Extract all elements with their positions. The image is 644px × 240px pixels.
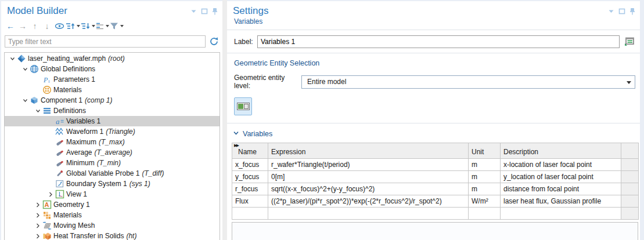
refresh-icon[interactable]	[209, 37, 219, 46]
variables-table: ▶▶NameExpressionUnitDescription x_focusr…	[232, 143, 639, 220]
show-eye-icon[interactable]	[53, 20, 65, 32]
tree-item-waveform-1[interactable]: Waveform 1(Triangle)	[5, 126, 220, 137]
collapse-all-icon[interactable]	[66, 20, 80, 32]
row-gutter-cell	[621, 171, 639, 183]
tree-item-global-variable-probe-1[interactable]: Global Variable Probe 1(T_diff)	[5, 168, 220, 179]
tree-item-tag: (Triangle)	[106, 128, 135, 136]
table-cell[interactable]: ((2*p_laser)/(pi*r_spot^2))*exp(-(2*r_fo…	[268, 195, 469, 208]
dropdown-caret-icon	[106, 25, 109, 27]
expand-chevron-icon[interactable]	[34, 233, 42, 239]
expand-all-icon[interactable]	[81, 20, 95, 32]
tree-item-geometry-1[interactable]: AGeometry 1	[5, 199, 220, 210]
table-cell[interactable]	[232, 208, 268, 220]
show-in-model-builder-icon[interactable]	[623, 35, 636, 48]
tree-item-label: Waveform 1	[66, 128, 103, 136]
collapse-chevron-icon[interactable]	[34, 108, 42, 114]
table-cell[interactable]: sqrt((x-x_focus)^2+(y-y_focus)^2)	[268, 183, 469, 195]
table-cell[interactable]: Flux	[232, 195, 268, 208]
tree-item-component-1[interactable]: Component 1(comp 1)	[5, 95, 220, 106]
tree-item-label: Heat Transfer in Solids	[53, 232, 124, 240]
variable-row-empty	[232, 208, 639, 220]
expand-chevron-icon[interactable]	[34, 223, 42, 229]
table-cell[interactable]: r_focus	[232, 183, 268, 195]
expand-chevron-icon[interactable]	[34, 212, 42, 219]
table-cell[interactable]: 0[m]	[268, 171, 469, 183]
model-builder-title: Model Builder	[7, 5, 190, 17]
dropdown-caret-icon	[77, 25, 80, 27]
variable-row-r-focus: r_focussqrt((x-x_focus)^2+(y-y_focus)^2)…	[232, 183, 639, 195]
tree-item-moving-mesh[interactable]: Moving Mesh	[5, 220, 220, 231]
tree-item-definitions[interactable]: Definitions	[5, 106, 220, 116]
collapse-chevron-icon[interactable]	[21, 97, 30, 104]
table-cell[interactable]: laser heat flux, Gaussian profile	[501, 195, 621, 208]
variable-row-flux: Flux((2*p_laser)/(pi*r_spot^2))*exp(-(2*…	[232, 195, 639, 208]
filter-icon[interactable]	[110, 20, 124, 32]
tree-item-parameters-1[interactable]: PiParameters 1	[5, 74, 220, 85]
panel-menu-icon[interactable]	[190, 8, 197, 14]
table-cell[interactable]: y_focus	[232, 171, 268, 183]
table-cell[interactable]: m	[469, 171, 501, 183]
toggle-on-icon	[237, 103, 250, 110]
node-text-icon[interactable]	[96, 20, 109, 32]
probe-icon	[55, 148, 66, 157]
tree-item-label: Component 1	[41, 96, 82, 104]
dropdown-caret-icon	[92, 25, 95, 27]
table-cell[interactable]: W/m²	[469, 195, 501, 208]
pin-icon[interactable]	[212, 8, 218, 15]
table-cell[interactable]: x-location of laser focal point	[501, 159, 621, 171]
model-root-icon	[17, 54, 28, 63]
table-cell[interactable]	[268, 208, 469, 220]
settings-titlebar: Settings	[227, 1, 640, 17]
table-cell[interactable]	[469, 208, 501, 220]
dropdown-caret-icon	[120, 25, 124, 27]
tree-item-variables-1[interactable]: a=Variables 1	[5, 116, 220, 126]
table-cell[interactable]: y_location of laser focal point	[501, 171, 621, 183]
expand-chevron-icon[interactable]	[46, 191, 55, 198]
table-cell[interactable]: r_wafer*Triangle(t/period)	[268, 159, 469, 171]
tree-item-average[interactable]: Average(T_average)	[5, 147, 220, 158]
move-up-arrow-icon[interactable]: ↑	[29, 20, 41, 32]
table-cell[interactable]: x_focus	[232, 159, 268, 171]
column-header-name[interactable]: ▶▶Name	[232, 143, 268, 159]
label-input[interactable]	[257, 35, 620, 48]
move-down-arrow-icon[interactable]: ↓	[41, 20, 53, 32]
tree-item-boundary-system-1[interactable]: Boundary System 1(sys 1)	[5, 179, 220, 189]
column-header-expression[interactable]: Expression	[268, 143, 469, 159]
svg-text:a: a	[56, 117, 60, 126]
tree-item-global-definitions[interactable]: Global Definitions	[5, 64, 220, 74]
tree-item-view-1[interactable]: View 1	[5, 189, 220, 199]
boundary-system-icon	[55, 179, 66, 188]
tree-item-maximum[interactable]: Maximum(T_max)	[5, 137, 220, 147]
panel-menu-icon[interactable]	[608, 8, 614, 14]
float-window-icon[interactable]	[201, 8, 208, 14]
back-arrow-icon[interactable]: ←	[5, 20, 16, 32]
column-header-unit[interactable]: Unit	[469, 143, 501, 159]
variables-section-header[interactable]: Variables	[227, 123, 640, 143]
row-gutter-cell	[621, 195, 639, 208]
entity-level-dropdown[interactable]: Entire model	[301, 75, 635, 89]
table-cell[interactable]	[501, 208, 621, 220]
table-cell[interactable]: distance from focal point	[501, 183, 621, 195]
pin-icon[interactable]	[629, 8, 635, 15]
table-cell[interactable]: m	[469, 159, 501, 171]
view-icon	[55, 190, 66, 199]
tree-item-minimum[interactable]: Minimum(T_min)	[5, 158, 220, 168]
collapse-chevron-icon[interactable]	[8, 56, 17, 62]
filter-input[interactable]	[5, 35, 206, 48]
column-header-description[interactable]: Description	[501, 143, 621, 159]
tree-item-materials[interactable]: Materials	[5, 85, 220, 95]
model-builder-toolbar: ←→↑↓	[5, 20, 222, 32]
tree-item-materials[interactable]: Materials	[5, 210, 220, 220]
active-selection-toggle-button[interactable]	[234, 97, 252, 115]
tree-item-heat-transfer-in-solids[interactable]: Heat Transfer in Solids(ht)	[5, 231, 220, 240]
collapse-chevron-icon	[233, 130, 239, 138]
tree-item-laser-heating-wafer-mph[interactable]: laser_heating_wafer.mph(root)	[5, 53, 220, 64]
table-cell[interactable]: m	[469, 183, 501, 195]
expand-chevron-icon[interactable]	[34, 202, 42, 208]
settings-title: Settings	[233, 5, 608, 17]
forward-arrow-icon[interactable]: →	[17, 20, 28, 32]
waveform-icon	[55, 127, 66, 136]
float-window-icon[interactable]	[618, 8, 625, 14]
panel-divider[interactable]	[222, 0, 227, 240]
collapse-chevron-icon[interactable]	[21, 66, 30, 72]
